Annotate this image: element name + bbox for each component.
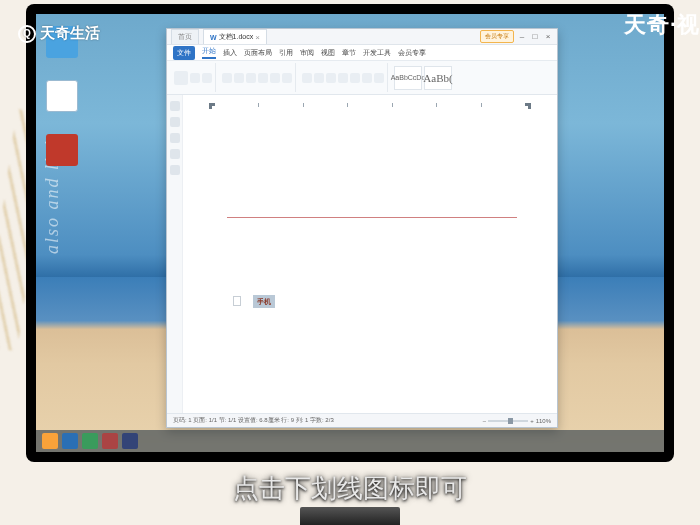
brand-logo-icon: Q <box>18 25 36 43</box>
style-heading1-preview: AaBb( <box>423 72 452 84</box>
menu-start[interactable]: 开始 <box>202 46 216 59</box>
style-normal[interactable]: AaBbCcDd <box>394 66 422 90</box>
paste-button[interactable] <box>174 71 188 85</box>
status-bar: 页码: 1 页面: 1/1 节: 1/1 设置值: 6.8厘米 行: 9 列: … <box>167 413 557 427</box>
taskbar-app5-icon[interactable] <box>122 433 138 449</box>
align-center-button[interactable] <box>314 73 324 83</box>
ruler <box>209 103 531 109</box>
selected-text-value: 手机 <box>257 297 271 307</box>
taskbar-pinned <box>42 433 138 449</box>
align-right-button[interactable] <box>326 73 336 83</box>
copy-button[interactable] <box>202 73 212 83</box>
align-left-button[interactable] <box>302 73 312 83</box>
wps-window: 首页 W 文档1.docx × 会员专享 – □ × 文件 开始 插入 <box>166 28 558 428</box>
italic-button[interactable] <box>234 73 244 83</box>
document-area: 手机 <box>167 95 557 413</box>
menu-review[interactable]: 审阅 <box>300 48 314 58</box>
tab-home[interactable]: 首页 <box>171 29 199 44</box>
ribbon-font-group <box>219 63 296 92</box>
ribbon: AaBbCcDd AaBb( <box>167 61 557 95</box>
style-normal-preview: AaBbCcDd <box>391 74 426 81</box>
tab-document[interactable]: W 文档1.docx × <box>203 29 267 44</box>
vtool-hand-icon[interactable] <box>170 133 180 143</box>
vtool-select-icon[interactable] <box>170 117 180 127</box>
watermark-left: Q 天奇生活 <box>18 24 100 43</box>
tab-document-label: 文档1.docx <box>219 32 254 42</box>
vtool-comment-icon[interactable] <box>170 165 180 175</box>
bullets-button[interactable] <box>338 73 348 83</box>
paragraph-mark-icon <box>233 296 241 306</box>
menu-view[interactable]: 视图 <box>321 48 335 58</box>
doc-type-icon: W <box>210 34 217 41</box>
vip-pill[interactable]: 会员专享 <box>480 30 514 43</box>
zoom-in-icon[interactable]: + <box>530 418 534 424</box>
indent-inc-button[interactable] <box>374 73 384 83</box>
watermark-left-text: 天奇生活 <box>40 24 100 43</box>
indent-dec-button[interactable] <box>362 73 372 83</box>
app-shortcut-icon[interactable] <box>46 134 78 166</box>
taskbar-app4-icon[interactable] <box>102 433 118 449</box>
taskbar-app2-icon[interactable] <box>62 433 78 449</box>
document-icon[interactable] <box>46 80 78 112</box>
ribbon-clipboard-group <box>171 63 216 92</box>
zoom-control[interactable]: – + 110% <box>483 418 551 424</box>
cut-button[interactable] <box>190 73 200 83</box>
menu-devtools[interactable]: 开发工具 <box>363 48 391 58</box>
vtool-nav-icon[interactable] <box>170 101 180 111</box>
menu-insert[interactable]: 插入 <box>223 48 237 58</box>
menu-vip[interactable]: 会员专享 <box>398 48 426 58</box>
desktop-icons <box>46 26 90 166</box>
taskbar-app3-icon[interactable] <box>82 433 98 449</box>
monitor-frame: also and livi 首页 W 文档1.docx × 会员专享 – <box>26 4 674 462</box>
status-left: 页码: 1 页面: 1/1 节: 1/1 设置值: 6.8厘米 行: 9 列: … <box>173 416 334 425</box>
close-button[interactable]: × <box>543 32 553 42</box>
underline-red-line <box>227 217 517 218</box>
taskbar-app1-icon[interactable] <box>42 433 58 449</box>
style-heading1[interactable]: AaBb( <box>424 66 452 90</box>
vtool-zoom-icon[interactable] <box>170 149 180 159</box>
menu-file[interactable]: 文件 <box>173 46 195 60</box>
zoom-out-icon[interactable]: – <box>483 418 486 424</box>
menu-pagelayout[interactable]: 页面布局 <box>244 48 272 58</box>
bold-button[interactable] <box>222 73 232 83</box>
document-page[interactable]: 手机 <box>183 95 557 413</box>
minimize-button[interactable]: – <box>517 32 527 42</box>
monitor-stand <box>300 507 400 525</box>
video-subtitle: 点击下划线图标即可 <box>0 471 700 506</box>
highlight-button[interactable] <box>282 73 292 83</box>
taskbar[interactable] <box>36 430 664 452</box>
ribbon-styles-group: AaBbCcDd AaBb( <box>391 63 455 92</box>
font-color-button[interactable] <box>270 73 280 83</box>
titlebar: 首页 W 文档1.docx × 会员专享 – □ × <box>167 29 557 45</box>
vertical-toolbar <box>167 95 183 413</box>
zoom-percent: 110% <box>536 418 551 424</box>
watermark-right: 天奇·视 <box>624 10 700 40</box>
tab-home-label: 首页 <box>178 32 192 42</box>
maximize-button[interactable]: □ <box>530 32 540 42</box>
strike-button[interactable] <box>258 73 268 83</box>
selected-text[interactable]: 手机 <box>253 295 275 308</box>
menu-bar: 文件 开始 插入 页面布局 引用 审阅 视图 章节 开发工具 会员专享 <box>167 45 557 61</box>
numbering-button[interactable] <box>350 73 360 83</box>
ribbon-paragraph-group <box>299 63 388 92</box>
menu-sections[interactable]: 章节 <box>342 48 356 58</box>
close-tab-icon[interactable]: × <box>255 33 260 42</box>
desktop-screen: also and livi 首页 W 文档1.docx × 会员专享 – <box>36 14 664 452</box>
menu-references[interactable]: 引用 <box>279 48 293 58</box>
underline-button[interactable] <box>246 73 256 83</box>
